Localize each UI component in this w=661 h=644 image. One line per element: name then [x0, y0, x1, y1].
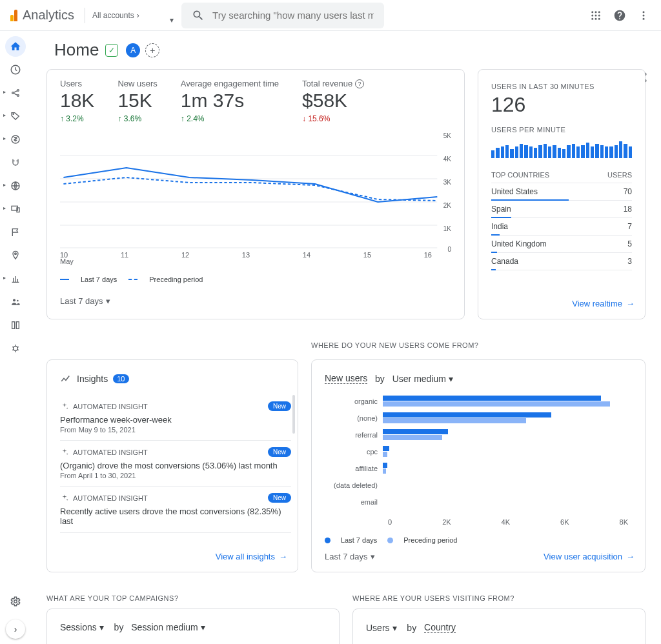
mini-bar	[558, 148, 561, 158]
country-row[interactable]: United States70	[491, 183, 632, 201]
mini-bar	[520, 144, 523, 158]
sparkle-icon	[60, 402, 69, 411]
nav-recent[interactable]	[5, 59, 26, 80]
svg-point-2	[598, 11, 600, 13]
metric-tile[interactable]: Average engagement time 1m 37s ↑ 2.4%	[181, 79, 279, 123]
mini-bar	[534, 148, 537, 158]
bar-label: referral	[325, 431, 383, 439]
svg-point-6	[591, 17, 593, 19]
svg-point-7	[595, 17, 597, 19]
campaigns-dimension-selector[interactable]: Sessions▾ by Session medium ▾	[60, 622, 326, 632]
globe-icon	[10, 181, 21, 191]
search-bar[interactable]	[181, 3, 383, 28]
nav-admin[interactable]	[5, 591, 26, 612]
insight-item[interactable]: AUTOMATED INSIGHTNew Performance week-ov…	[60, 395, 291, 441]
nav-sidebar: ▸ ▸ ▸ ▸ ▸ ▸ ›	[0, 31, 31, 644]
metric-value: 15K	[117, 90, 157, 112]
country-row[interactable]: Spain18	[491, 201, 632, 218]
nav-explore[interactable]: ▸	[5, 268, 26, 289]
y-tick: 3K	[443, 179, 451, 186]
section-geo-heading: WHERE ARE YOUR USERS VISITING FROM?	[352, 594, 646, 602]
magnet-icon	[10, 157, 21, 168]
svg-point-15	[17, 95, 19, 97]
geo-dimension-selector[interactable]: Users▾ by Country	[366, 622, 632, 633]
nav-monetization[interactable]: ▸	[5, 129, 26, 150]
legend-line-solid-icon	[60, 279, 69, 280]
date-range-selector[interactable]: Last 7 days ▾	[325, 552, 375, 561]
mini-bar	[510, 149, 513, 158]
x-tick: 16	[424, 251, 432, 259]
chevron-right-icon: ›	[14, 624, 17, 634]
help-icon[interactable]: ?	[355, 79, 364, 88]
mini-bar	[496, 148, 499, 158]
svg-point-3	[591, 14, 593, 16]
x-tick: 2K	[442, 518, 451, 526]
x-tick: 15	[363, 251, 371, 259]
metric-tile[interactable]: Users 18K ↑ 3.2%	[60, 79, 94, 123]
nav-retention[interactable]	[5, 152, 26, 173]
country-users: 70	[624, 187, 632, 196]
nav-audiences[interactable]	[5, 292, 26, 312]
country-name: Spain	[491, 205, 511, 214]
mini-bar	[548, 146, 551, 158]
col-countries: TOP COUNTRIES	[491, 171, 549, 179]
expand-caret-icon: ▸	[3, 182, 6, 188]
mini-bar	[562, 149, 565, 158]
nav-library[interactable]	[5, 315, 26, 336]
flag-icon	[10, 227, 21, 237]
insight-item[interactable]: AUTOMATED INSIGHTNew (Organic) drove the…	[60, 441, 291, 487]
search-input[interactable]	[212, 10, 373, 21]
add-comparison-button[interactable]: +	[145, 43, 159, 57]
nav-events[interactable]	[5, 222, 26, 243]
expand-sidebar-button[interactable]: ›	[6, 619, 25, 639]
view-acquisition-link[interactable]: View user acquisition→	[544, 552, 635, 561]
y-tick: 2K	[443, 202, 451, 209]
verified-icon[interactable]: ✓	[105, 44, 118, 57]
country-users: 18	[624, 205, 632, 214]
bug-icon	[10, 343, 21, 354]
nav-debug[interactable]	[5, 338, 26, 359]
metric-delta: ↑ 2.4%	[181, 114, 279, 123]
country-row[interactable]: United Kingdom5	[491, 236, 632, 253]
nav-tech[interactable]: ▸	[5, 199, 26, 219]
mini-bar	[515, 146, 518, 158]
x-tick: 11	[121, 251, 128, 259]
nav-tags[interactable]: ▸	[5, 106, 26, 126]
view-all-insights-link[interactable]: View all insights→	[216, 552, 287, 561]
date-range-selector[interactable]: Last 7 days ▾	[60, 296, 451, 306]
apps-icon[interactable]	[590, 10, 602, 21]
svg-point-9	[643, 11, 645, 13]
expand-caret-icon: ▸	[3, 112, 6, 118]
gear-icon	[10, 596, 21, 607]
nav-lifecycle[interactable]: ▸	[5, 83, 26, 103]
account-selector[interactable]: All accounts › ▾	[85, 0, 181, 31]
arrow-right-icon: →	[626, 299, 635, 308]
acquisition-dimension-selector[interactable]: New users by User medium ▾	[325, 373, 632, 384]
metric-value: $58K	[302, 90, 364, 112]
country-row[interactable]: Canada3	[491, 253, 632, 270]
insight-category: AUTOMATED INSIGHT	[73, 403, 148, 410]
product-logo[interactable]: Analytics	[0, 8, 85, 23]
nav-demographics[interactable]: ▸	[5, 176, 26, 196]
country-row[interactable]: India7	[491, 218, 632, 236]
page-title: Home	[54, 40, 99, 60]
bar-label: email	[325, 498, 383, 506]
expand-caret-icon: ▸	[3, 205, 6, 211]
mini-bar	[544, 144, 547, 158]
nav-conversions[interactable]	[5, 245, 26, 266]
avatar[interactable]: A	[126, 43, 140, 57]
x-month-label: May	[60, 257, 451, 265]
mini-bar	[629, 146, 632, 158]
metric-tile[interactable]: Total revenue ? $58K ↓ 15.6%	[302, 79, 364, 123]
bar-row: (data deleted)	[325, 477, 632, 494]
scrollbar-thumb[interactable]	[292, 395, 295, 434]
nav-home[interactable]	[5, 36, 26, 57]
more-vert-icon[interactable]	[638, 10, 649, 21]
x-tick: 0	[388, 518, 392, 526]
svg-point-11	[643, 17, 645, 19]
overview-line-chart: 5K 4K 3K 2K 1K 0	[60, 132, 451, 248]
insight-item[interactable]: AUTOMATED INSIGHTNew Recently active use…	[60, 487, 291, 533]
metric-tile[interactable]: New users 15K ↑ 3.6%	[117, 79, 157, 123]
help-icon[interactable]	[613, 9, 626, 22]
view-realtime-link[interactable]: View realtime→	[572, 299, 635, 308]
